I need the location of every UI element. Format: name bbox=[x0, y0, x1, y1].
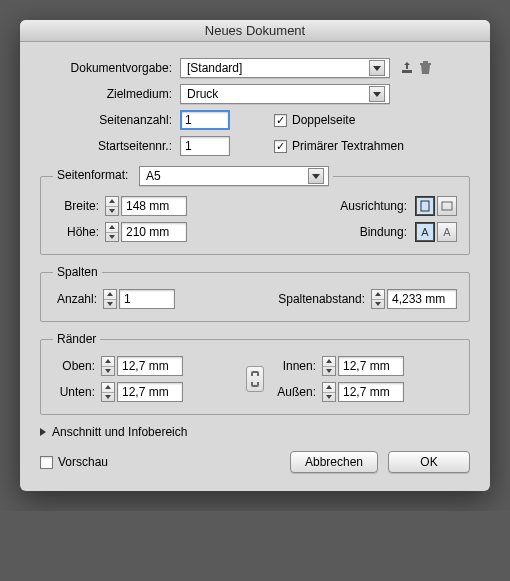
margin-top-stepper[interactable] bbox=[101, 356, 115, 376]
binding-label: Bindung: bbox=[360, 225, 413, 239]
page-size-value: A5 bbox=[146, 169, 304, 183]
height-label: Höhe: bbox=[53, 225, 105, 239]
page-count-input[interactable]: 1 bbox=[180, 110, 230, 130]
gutter-value: 4,233 mm bbox=[392, 292, 445, 306]
bleed-label: Anschnitt und Infobereich bbox=[52, 425, 187, 439]
gutter-label: Spaltenabstand: bbox=[278, 292, 371, 306]
page-size-select[interactable]: A5 bbox=[139, 166, 329, 186]
margin-outside-input[interactable]: 12,7 mm bbox=[338, 382, 404, 402]
margin-bottom-label: Unten: bbox=[53, 385, 101, 399]
page-format-group: Seitenformat: A5 Breite: 148 mm Ausricht… bbox=[40, 166, 470, 255]
intent-select[interactable]: Druck bbox=[180, 84, 390, 104]
dropdown-arrow-icon bbox=[308, 168, 324, 184]
preset-value: [Standard] bbox=[187, 61, 365, 75]
width-label: Breite: bbox=[53, 199, 105, 213]
window-title: Neues Dokument bbox=[205, 23, 305, 38]
delete-preset-icon[interactable] bbox=[416, 59, 434, 77]
margin-inside-input[interactable]: 12,7 mm bbox=[338, 356, 404, 376]
margin-inside-stepper[interactable] bbox=[322, 356, 336, 376]
cancel-button[interactable]: Abbrechen bbox=[290, 451, 378, 473]
cancel-label: Abbrechen bbox=[305, 455, 363, 469]
dialog-window: Neues Dokument Dokumentvorgabe: [Standar… bbox=[20, 20, 490, 491]
gutter-input[interactable]: 4,233 mm bbox=[387, 289, 457, 309]
margin-outside-stepper[interactable] bbox=[322, 382, 336, 402]
intent-value: Druck bbox=[187, 87, 365, 101]
width-stepper[interactable] bbox=[105, 196, 119, 216]
margin-bottom-input[interactable]: 12,7 mm bbox=[117, 382, 183, 402]
facing-pages-checkbox[interactable] bbox=[274, 114, 287, 127]
preset-label: Dokumentvorgabe: bbox=[40, 61, 180, 75]
ok-label: OK bbox=[420, 455, 437, 469]
save-preset-icon[interactable] bbox=[398, 59, 416, 77]
titlebar: Neues Dokument bbox=[20, 20, 490, 42]
margins-group: Ränder Oben: 12,7 mm Unten: 12,7 m bbox=[40, 332, 470, 415]
page-count-value: 1 bbox=[185, 113, 192, 127]
page-count-label: Seitenanzahl: bbox=[40, 113, 180, 127]
start-page-label: Startseitennr.: bbox=[40, 139, 180, 153]
preview-checkbox[interactable] bbox=[40, 456, 53, 469]
primary-textframe-label: Primärer Textrahmen bbox=[292, 139, 404, 153]
svg-rect-0 bbox=[421, 201, 429, 211]
intent-label: Zielmedium: bbox=[40, 87, 180, 101]
margin-top-value: 12,7 mm bbox=[122, 359, 169, 373]
preset-select[interactable]: [Standard] bbox=[180, 58, 390, 78]
binding-left-button[interactable]: A bbox=[415, 222, 435, 242]
bleed-disclosure[interactable]: Anschnitt und Infobereich bbox=[40, 425, 470, 439]
dropdown-arrow-icon bbox=[369, 86, 385, 102]
ok-button[interactable]: OK bbox=[388, 451, 470, 473]
page-format-label: Seitenformat: bbox=[57, 168, 128, 182]
column-count-input[interactable]: 1 bbox=[119, 289, 175, 309]
preview-label: Vorschau bbox=[58, 455, 108, 469]
start-page-input[interactable]: 1 bbox=[180, 136, 230, 156]
margin-inside-value: 12,7 mm bbox=[343, 359, 390, 373]
margin-bottom-value: 12,7 mm bbox=[122, 385, 169, 399]
column-count-value: 1 bbox=[124, 292, 131, 306]
margin-inside-label: Innen: bbox=[274, 359, 322, 373]
column-count-label: Anzahl: bbox=[53, 292, 103, 306]
height-input[interactable]: 210 mm bbox=[121, 222, 187, 242]
page-format-legend: Seitenformat: A5 bbox=[53, 166, 333, 186]
margin-top-input[interactable]: 12,7 mm bbox=[117, 356, 183, 376]
orientation-portrait-button[interactable] bbox=[415, 196, 435, 216]
margin-bottom-stepper[interactable] bbox=[101, 382, 115, 402]
height-value: 210 mm bbox=[126, 225, 169, 239]
columns-group: Spalten Anzahl: 1 Spaltenabstand: 4,233 … bbox=[40, 265, 470, 322]
binding-right-button[interactable]: A bbox=[437, 222, 457, 242]
column-count-stepper[interactable] bbox=[103, 289, 117, 309]
orientation-landscape-button[interactable] bbox=[437, 196, 457, 216]
dropdown-arrow-icon bbox=[369, 60, 385, 76]
height-stepper[interactable] bbox=[105, 222, 119, 242]
svg-rect-1 bbox=[442, 202, 452, 210]
dialog-content: Dokumentvorgabe: [Standard] Zielmedium: … bbox=[20, 42, 490, 491]
gutter-stepper[interactable] bbox=[371, 289, 385, 309]
margin-outside-label: Außen: bbox=[274, 385, 322, 399]
columns-legend: Spalten bbox=[53, 265, 102, 279]
margins-legend: Ränder bbox=[53, 332, 100, 346]
margin-outside-value: 12,7 mm bbox=[343, 385, 390, 399]
primary-textframe-checkbox[interactable] bbox=[274, 140, 287, 153]
orientation-label: Ausrichtung: bbox=[340, 199, 413, 213]
facing-pages-label: Doppelseite bbox=[292, 113, 355, 127]
start-page-value: 1 bbox=[185, 139, 192, 153]
width-input[interactable]: 148 mm bbox=[121, 196, 187, 216]
disclosure-triangle-icon bbox=[40, 428, 46, 436]
width-value: 148 mm bbox=[126, 199, 169, 213]
link-margins-icon[interactable] bbox=[246, 366, 264, 392]
margin-top-label: Oben: bbox=[53, 359, 101, 373]
